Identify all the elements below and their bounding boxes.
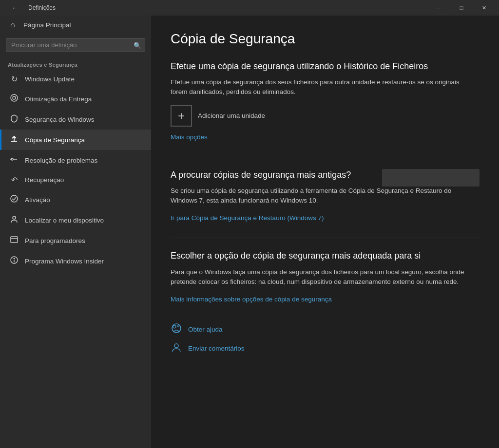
close-button[interactable]: ✕ xyxy=(473,0,495,16)
otimizacao-label: Otimização da Entrega xyxy=(25,95,143,103)
sidebar: ⌂ Página Principal 🔍 Atualizações e Segu… xyxy=(0,16,151,448)
sidebar-item-windows-update[interactable]: ↻ Windows Update xyxy=(0,70,151,89)
search-container: 🔍 xyxy=(6,38,145,52)
feedback-icon xyxy=(171,342,182,355)
more-info-link[interactable]: Mais informações sobre opções de cópia d… xyxy=(171,296,332,303)
windows-update-label: Windows Update xyxy=(25,75,143,83)
svg-point-15 xyxy=(177,325,179,327)
section-best-option: Escolher a opção de cópia de segurança m… xyxy=(171,250,480,303)
svg-point-11 xyxy=(14,258,15,260)
windows-update-icon: ↻ xyxy=(9,75,19,84)
page-title: Cópia de Segurança xyxy=(171,31,480,47)
home-icon: ⌂ xyxy=(8,20,18,29)
copia-icon xyxy=(9,134,19,145)
sidebar-item-home[interactable]: ⌂ Página Principal xyxy=(0,16,151,34)
localizar-label: Localizar o meu dispositivo xyxy=(25,217,143,224)
sidebar-item-ativacao[interactable]: Ativação xyxy=(0,189,151,210)
titlebar: ← Definições ─ □ ✕ xyxy=(0,0,499,16)
sidebar-item-programadores[interactable]: Para programadores xyxy=(0,230,151,251)
seguranca-icon xyxy=(9,114,19,125)
home-label: Página Principal xyxy=(23,21,71,29)
svg-point-1 xyxy=(13,96,16,99)
resolucao-label: Resolução de problemas xyxy=(25,157,143,164)
divider-2 xyxy=(171,238,480,238)
back-button[interactable]: ← xyxy=(4,0,26,16)
section3-desc: Para que o Windows faça uma cópia de seg… xyxy=(171,267,473,287)
svg-point-0 xyxy=(11,94,18,101)
feedback-link[interactable]: Enviar comentários xyxy=(171,342,480,355)
svg-point-7 xyxy=(13,216,16,219)
search-icon: 🔍 xyxy=(134,41,141,49)
sidebar-item-recuperacao[interactable]: ↶ Recuperação xyxy=(0,170,151,189)
main-content: Cópia de Segurança Efetue uma cópia de s… xyxy=(151,16,499,448)
bottom-links: Obter ajuda Enviar comentários xyxy=(171,323,480,355)
app-title: Definições xyxy=(26,4,428,11)
maximize-button[interactable]: □ xyxy=(450,0,473,16)
section-label: Atualizações e Segurança xyxy=(0,58,151,70)
sidebar-item-copia[interactable]: Cópia de Segurança xyxy=(0,130,151,150)
svg-point-3 xyxy=(11,158,13,160)
add-drive-button[interactable]: + Adicionar uma unidade xyxy=(171,105,480,127)
localizar-icon xyxy=(9,215,19,225)
blurred-banner xyxy=(382,169,480,187)
section-older-backup: A procurar cópias de segurança mais anti… xyxy=(171,169,480,223)
programadores-label: Para programadores xyxy=(25,237,143,244)
section-file-history: Efetue uma cópia de segurança utilizando… xyxy=(171,60,480,141)
svg-point-14 xyxy=(173,325,176,328)
section1-desc: Efetue uma cópia de segurança dos seus f… xyxy=(171,77,473,97)
window-controls: ─ □ ✕ xyxy=(428,0,495,16)
programadores-icon xyxy=(9,235,19,246)
recuperacao-icon: ↶ xyxy=(9,175,19,185)
help-link[interactable]: Obter ajuda xyxy=(171,323,480,336)
ativacao-icon xyxy=(9,194,19,205)
search-input[interactable] xyxy=(6,38,145,52)
feedback-label[interactable]: Enviar comentários xyxy=(188,345,245,352)
sidebar-item-otimizacao[interactable]: Otimização da Entrega xyxy=(0,89,151,109)
section2-desc: Se criou uma cópia de segurança utilizan… xyxy=(171,186,473,206)
insider-label: Programa Windows Insider xyxy=(25,258,143,265)
recuperacao-label: Recuperação xyxy=(25,176,143,184)
plus-icon: + xyxy=(178,109,185,123)
sidebar-item-seguranca[interactable]: Segurança do Windows xyxy=(0,109,151,130)
more-options-link[interactable]: Mais opções xyxy=(171,133,208,141)
insider-icon xyxy=(9,256,19,266)
sidebar-item-localizar[interactable]: Localizar o meu dispositivo xyxy=(0,210,151,230)
help-icon xyxy=(171,323,182,336)
ativacao-label: Ativação xyxy=(25,196,143,204)
svg-point-16 xyxy=(174,344,178,348)
minimize-button[interactable]: ─ xyxy=(428,0,450,16)
divider-1 xyxy=(171,157,480,157)
svg-point-6 xyxy=(11,195,18,202)
svg-point-13 xyxy=(172,324,181,333)
app-container: ⌂ Página Principal 🔍 Atualizações e Segu… xyxy=(0,16,499,448)
section3-title: Escolher a opção de cópia de segurança m… xyxy=(171,250,480,262)
add-drive-label: Adicionar uma unidade xyxy=(198,112,265,119)
sidebar-item-insider[interactable]: Programa Windows Insider xyxy=(0,251,151,271)
otimizacao-icon xyxy=(9,93,19,104)
help-label[interactable]: Obter ajuda xyxy=(188,326,223,333)
copia-label: Cópia de Segurança xyxy=(25,136,143,144)
add-drive-icon: + xyxy=(171,105,192,127)
sidebar-item-resolucao[interactable]: Resolução de problemas xyxy=(0,150,151,170)
windows7-backup-link[interactable]: Ir para Cópia de Segurança e Restauro (W… xyxy=(171,214,324,222)
resolucao-icon xyxy=(9,155,19,166)
section1-title: Efetue uma cópia de segurança utilizando… xyxy=(171,60,480,73)
svg-rect-8 xyxy=(11,237,18,243)
seguranca-label: Segurança do Windows xyxy=(25,116,143,123)
